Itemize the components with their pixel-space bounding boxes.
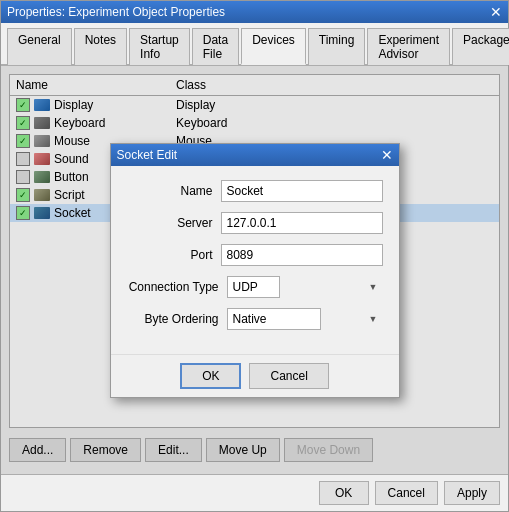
connection-type-label: Connection Type <box>127 280 227 294</box>
byte-ordering-select-wrapper: Native Big Endian Little Endian <box>227 308 383 330</box>
port-label: Port <box>127 248 221 262</box>
content-area: Name Class ✓ Display Display ✓ Keyboard <box>1 66 508 474</box>
connection-type-row: Connection Type UDP TCP <box>127 276 383 298</box>
tab-data-file[interactable]: Data File <box>192 28 239 65</box>
byte-ordering-row: Byte Ordering Native Big Endian Little E… <box>127 308 383 330</box>
name-input[interactable] <box>221 180 383 202</box>
modal-content: Name Server Port Connectio <box>111 166 399 354</box>
tab-timing[interactable]: Timing <box>308 28 366 65</box>
name-label: Name <box>127 184 221 198</box>
modal-title: Socket Edit <box>117 148 178 162</box>
apply-button[interactable]: Apply <box>444 481 500 505</box>
cancel-button[interactable]: Cancel <box>375 481 438 505</box>
tab-general[interactable]: General <box>7 28 72 65</box>
byte-ordering-label: Byte Ordering <box>127 312 227 326</box>
ok-button[interactable]: OK <box>319 481 369 505</box>
window-close-button[interactable]: ✕ <box>490 5 502 19</box>
tab-startup-info[interactable]: Startup Info <box>129 28 190 65</box>
port-row: Port <box>127 244 383 266</box>
socket-edit-dialog: Socket Edit ✕ Name Server <box>110 143 400 398</box>
port-input[interactable] <box>221 244 383 266</box>
server-input[interactable] <box>221 212 383 234</box>
title-bar: Properties: Experiment Object Properties… <box>1 1 508 23</box>
connection-type-select-wrapper: UDP TCP <box>227 276 383 298</box>
tab-experiment-advisor[interactable]: Experiment Advisor <box>367 28 450 65</box>
modal-footer: OK Cancel <box>111 354 399 397</box>
byte-ordering-select[interactable]: Native Big Endian Little Endian <box>227 308 321 330</box>
window-title: Properties: Experiment Object Properties <box>7 5 225 19</box>
footer-buttons: OK Cancel Apply <box>1 474 508 511</box>
modal-close-button[interactable]: ✕ <box>381 148 393 162</box>
modal-title-bar: Socket Edit ✕ <box>111 144 399 166</box>
server-row: Server <box>127 212 383 234</box>
server-label: Server <box>127 216 221 230</box>
connection-type-select[interactable]: UDP TCP <box>227 276 280 298</box>
tab-bar: General Notes Startup Info Data File Dev… <box>1 23 508 66</box>
modal-cancel-button[interactable]: Cancel <box>249 363 328 389</box>
main-window: Properties: Experiment Object Properties… <box>0 0 509 512</box>
modal-overlay: Socket Edit ✕ Name Server <box>1 66 508 474</box>
tab-devices[interactable]: Devices <box>241 28 306 65</box>
tab-packages[interactable]: Packages <box>452 28 509 65</box>
modal-ok-button[interactable]: OK <box>180 363 241 389</box>
name-row: Name <box>127 180 383 202</box>
tab-notes[interactable]: Notes <box>74 28 127 65</box>
